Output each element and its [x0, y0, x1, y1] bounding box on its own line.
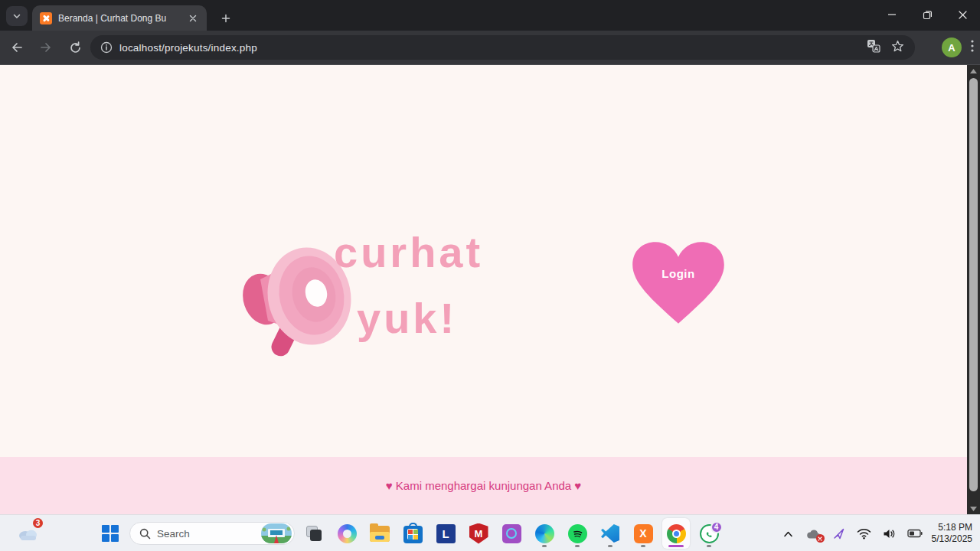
mcafee-shield-icon: M — [469, 523, 488, 544]
xampp-favicon — [40, 12, 52, 24]
alexa-icon — [502, 524, 521, 543]
tab-title: Beranda | Curhat Dong Bu — [58, 13, 181, 24]
plus-icon — [221, 14, 230, 23]
login-heart-button[interactable]: Login — [629, 238, 728, 331]
widgets-badge: 3 — [31, 517, 44, 530]
url-text: localhost/projekuts/index.php — [119, 42, 867, 54]
scrollbar-thumb[interactable] — [969, 78, 978, 491]
page-footer: ♥ Kami menghargai kunjungan Anda ♥ — [0, 457, 967, 514]
mcafee-button[interactable]: M — [465, 518, 492, 549]
vscode-icon — [601, 524, 619, 543]
close-icon — [958, 10, 968, 20]
chrome-icon — [667, 524, 686, 543]
l-app-icon: L — [436, 524, 456, 543]
tray-chevron-icon[interactable] — [780, 525, 797, 542]
error-badge — [816, 534, 825, 543]
heart-icon — [629, 238, 728, 328]
reload-icon — [69, 41, 82, 54]
profile-avatar[interactable]: A — [942, 37, 962, 57]
browser-tab-strip: Beranda | Curhat Dong Bu — [0, 0, 980, 31]
search-input[interactable]: Search — [129, 522, 295, 545]
l-app-button[interactable]: L — [432, 518, 459, 549]
browser-tab[interactable]: Beranda | Curhat Dong Bu — [32, 5, 207, 31]
search-highlight-image[interactable] — [261, 523, 292, 543]
clock-time: 5:18 PM — [932, 522, 972, 533]
edge-icon — [535, 524, 554, 543]
start-button[interactable] — [96, 518, 124, 549]
onedrive-error-icon[interactable] — [805, 525, 822, 542]
clock[interactable]: 5:18 PM 5/13/2025 — [932, 522, 975, 545]
whatsapp-badge: 4 — [710, 521, 723, 533]
desktop: Beranda | Curhat Dong Bu — [0, 0, 980, 551]
site-info-icon[interactable] — [100, 41, 113, 54]
address-bar[interactable]: localhost/projekuts/index.php — [90, 35, 915, 60]
battery-icon[interactable] — [906, 525, 923, 542]
login-label: Login — [629, 267, 728, 280]
translate-icon[interactable] — [867, 39, 880, 56]
window-controls — [874, 0, 980, 29]
back-icon — [10, 41, 24, 54]
spotify-button[interactable] — [564, 518, 591, 549]
widgets-weather-button[interactable]: 3 — [11, 518, 46, 549]
reload-button[interactable] — [63, 35, 87, 60]
xampp-button[interactable]: X — [629, 518, 657, 549]
restore-icon — [923, 10, 933, 20]
maximize-button[interactable] — [910, 0, 945, 29]
close-window-button[interactable] — [945, 0, 980, 29]
scroll-down-icon[interactable] — [967, 503, 980, 515]
forward-icon — [39, 41, 53, 54]
bookmark-star-icon[interactable] — [891, 40, 904, 56]
microsoft-store-button[interactable] — [399, 518, 426, 549]
search-placeholder: Search — [157, 528, 255, 540]
taskbar: 3 Search — [0, 514, 980, 551]
wifi-icon[interactable] — [856, 525, 873, 542]
close-tab-icon[interactable] — [187, 12, 199, 24]
chrome-button[interactable] — [662, 518, 690, 549]
scroll-up-icon[interactable] — [967, 65, 980, 77]
forward-button[interactable] — [34, 35, 58, 60]
whatsapp-icon: 4 — [700, 524, 719, 543]
clock-date: 5/13/2025 — [932, 533, 972, 545]
file-explorer-button[interactable] — [366, 518, 394, 549]
vscode-button[interactable] — [596, 518, 624, 549]
windows-logo-icon — [102, 525, 119, 542]
tab-search-button[interactable] — [6, 6, 28, 26]
microsoft-store-icon — [403, 526, 423, 543]
edge-button[interactable] — [531, 518, 558, 549]
xampp-icon: X — [634, 524, 653, 543]
logo-text-line1: curhat — [334, 227, 483, 277]
minimize-button[interactable] — [874, 0, 910, 29]
logo-text-line2: yuk! — [357, 293, 457, 343]
volume-icon[interactable] — [881, 525, 898, 542]
copilot-icon — [338, 524, 357, 543]
browser-toolbar: localhost/projekuts/index.php A — [0, 31, 980, 64]
minimize-icon — [887, 10, 897, 19]
back-button[interactable] — [5, 35, 29, 60]
menu-dots-icon[interactable] — [971, 40, 974, 55]
chevron-down-icon — [12, 11, 21, 21]
file-explorer-icon — [370, 526, 390, 542]
new-tab-button[interactable] — [216, 8, 236, 28]
footer-message: ♥ Kami menghargai kunjungan Anda ♥ — [386, 479, 581, 492]
alexa-button[interactable] — [498, 518, 525, 549]
web-page: curhat yuk! Login ♥ Kami menghargai kunj… — [0, 64, 980, 514]
copilot-app-button[interactable] — [333, 518, 361, 549]
task-view-button[interactable] — [300, 518, 328, 549]
scrollbar[interactable] — [967, 65, 980, 515]
whatsapp-button[interactable]: 4 — [695, 518, 723, 549]
search-icon — [139, 528, 151, 540]
spotify-icon — [568, 524, 587, 543]
location-arrow-icon[interactable] — [831, 525, 848, 542]
